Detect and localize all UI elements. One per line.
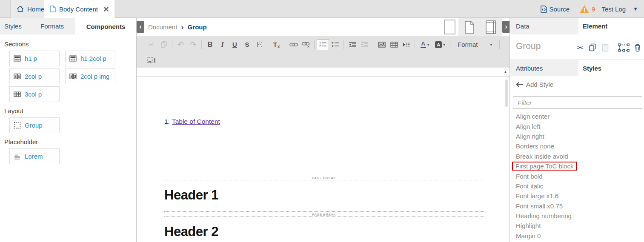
style-item-label: Font large x1.6 bbox=[516, 192, 558, 199]
style-item[interactable]: Highlight bbox=[510, 221, 644, 231]
scrollbar-up-icon[interactable]: ▲ bbox=[504, 70, 507, 74]
placeholder-grid: Li Lorem bbox=[9, 148, 136, 164]
strikethrough-button[interactable]: S bbox=[241, 39, 253, 50]
test-log-button[interactable]: Test Log bbox=[601, 6, 626, 13]
editor-area: ‹ Document › Group bbox=[136, 18, 509, 242]
undo-icon[interactable]: ↶ bbox=[175, 39, 187, 50]
component-lorem[interactable]: Li Lorem bbox=[9, 148, 60, 164]
group-dashed-icon bbox=[14, 122, 21, 129]
print-layout-icon[interactable] bbox=[483, 18, 499, 36]
document-header-1: Header 1 bbox=[164, 187, 484, 203]
delete-element-icon[interactable] bbox=[634, 43, 641, 52]
add-style-button[interactable]: Add Style bbox=[510, 76, 644, 93]
style-item[interactable]: Font bold bbox=[510, 171, 644, 181]
numbered-list-button[interactable]: 1 2 bbox=[317, 39, 329, 50]
redo-icon[interactable]: ↷ bbox=[187, 39, 199, 50]
select-element-icon[interactable] bbox=[618, 43, 630, 52]
page-break-label: PAGE BREAK bbox=[308, 212, 340, 216]
left-tabs: Styles Formats Components bbox=[0, 18, 136, 34]
tab-attributes[interactable]: Attributes bbox=[510, 60, 543, 76]
tab-styles[interactable]: Styles bbox=[578, 60, 644, 76]
style-item[interactable]: Margin 0 bbox=[510, 231, 644, 241]
style-item-label: Break inside avoid bbox=[516, 153, 568, 160]
italic-button[interactable]: I bbox=[216, 39, 229, 50]
text-color-button[interactable]: A ▾ bbox=[417, 39, 432, 50]
chevron-down-icon[interactable]: ▼ bbox=[633, 6, 638, 12]
component-label: 2col p bbox=[25, 73, 42, 80]
document-view-icon[interactable] bbox=[462, 18, 477, 36]
style-item[interactable]: Font italic bbox=[510, 181, 644, 191]
warning-indicator[interactable]: 9 bbox=[579, 5, 595, 14]
scrollbar-thumb[interactable] bbox=[505, 80, 508, 107]
editor-toolbar: ✂ ↶ ↷ B I U S ‹› Tx bbox=[137, 36, 509, 68]
code-snippet-button[interactable]: ‹› bbox=[253, 39, 266, 50]
home-icon bbox=[17, 6, 24, 12]
background-color-button[interactable]: A ▾ bbox=[432, 39, 448, 50]
tab-data[interactable]: Data bbox=[510, 18, 530, 34]
document-top-strip: ▲ bbox=[137, 68, 509, 77]
style-item[interactable]: Align left bbox=[510, 121, 644, 131]
toolbar-separator bbox=[415, 40, 415, 49]
style-item[interactable]: Heading numbering bbox=[510, 211, 644, 221]
copy-icon[interactable] bbox=[157, 39, 170, 50]
copy-element-icon[interactable] bbox=[588, 43, 597, 52]
component-h1-p[interactable]: h1 p bbox=[9, 51, 60, 66]
page-break-divider: PAGE BREAK bbox=[164, 175, 484, 180]
tab-components[interactable]: Components bbox=[75, 18, 136, 35]
style-item[interactable]: Align center bbox=[510, 111, 644, 121]
h1-2col-p-icon bbox=[69, 55, 77, 62]
create-div-container-icon[interactable] bbox=[145, 55, 157, 66]
document-canvas[interactable]: ▲ 1. Table of Content PAGE BREAK Header … bbox=[137, 68, 509, 242]
cut-element-icon[interactable]: ✂ bbox=[577, 44, 584, 52]
collapse-right-panel-button[interactable]: › bbox=[502, 21, 510, 33]
bullet-list-button[interactable] bbox=[329, 39, 341, 50]
insert-image-button[interactable] bbox=[375, 39, 388, 50]
breadcrumb-document[interactable]: Document bbox=[148, 23, 177, 31]
tab-styles[interactable]: Styles bbox=[4, 18, 22, 34]
toolbar-separator bbox=[285, 40, 285, 49]
indent-button[interactable] bbox=[358, 39, 371, 50]
component-group[interactable]: Group bbox=[9, 117, 60, 133]
style-item[interactable]: Align right bbox=[510, 131, 644, 141]
tab-element[interactable]: Element bbox=[578, 18, 644, 34]
cut-icon[interactable]: ✂ bbox=[145, 39, 157, 50]
format-dropdown-label: Format bbox=[458, 41, 478, 48]
component-h1-2col-p[interactable]: h1 2col p bbox=[65, 51, 115, 66]
style-filter-input[interactable] bbox=[513, 96, 642, 109]
layout-grid: Group bbox=[9, 117, 136, 133]
bold-button[interactable]: B bbox=[204, 39, 216, 50]
unlink-icon[interactable] bbox=[300, 39, 312, 50]
style-item[interactable]: Break inside avoid bbox=[510, 151, 644, 161]
style-item[interactable]: Font small x0.75 bbox=[510, 201, 644, 211]
styles-list: Align center Align left Align right Bord… bbox=[510, 111, 644, 241]
tab-formats[interactable]: Formats bbox=[40, 18, 64, 34]
insert-template-icon[interactable] bbox=[400, 39, 412, 50]
underline-button[interactable]: U bbox=[229, 39, 241, 50]
style-item[interactable]: Borders none bbox=[510, 141, 644, 151]
style-item[interactable]: Font large x1.6 bbox=[510, 191, 644, 201]
format-dropdown[interactable]: Format ▾ bbox=[452, 41, 497, 48]
component-3col-p[interactable]: 3col p bbox=[9, 86, 60, 102]
page-view-button[interactable] bbox=[441, 18, 458, 36]
outdent-button[interactable] bbox=[346, 39, 358, 50]
h1-p-icon bbox=[14, 55, 21, 62]
breadcrumb-group[interactable]: Group bbox=[188, 23, 207, 31]
source-button[interactable]: Source bbox=[541, 6, 570, 13]
close-icon[interactable] bbox=[104, 7, 109, 11]
paste-element-icon[interactable] bbox=[601, 43, 609, 52]
remove-format-button[interactable]: Tx bbox=[270, 39, 283, 50]
2col-p-img-icon bbox=[69, 73, 77, 80]
component-2col-p[interactable]: 2col p bbox=[9, 68, 60, 84]
caret-down-icon: ▾ bbox=[443, 43, 445, 47]
style-item-label: Align left bbox=[516, 123, 541, 130]
style-item[interactable]: First page ToC block bbox=[510, 161, 644, 171]
toc-link[interactable]: Table of Content bbox=[172, 118, 220, 125]
element-header: Group ✂ bbox=[510, 34, 644, 60]
link-icon[interactable] bbox=[287, 39, 300, 50]
insert-table-button[interactable] bbox=[388, 39, 400, 50]
collapse-left-panel-button[interactable]: ‹ bbox=[137, 21, 144, 33]
tab-body-content[interactable]: Body Content bbox=[44, 0, 114, 18]
page-break-label: PAGE BREAK bbox=[308, 176, 340, 179]
component-2col-p-img[interactable]: 2col p img bbox=[65, 68, 115, 84]
tab-body-content-label: Body Content bbox=[59, 6, 98, 13]
